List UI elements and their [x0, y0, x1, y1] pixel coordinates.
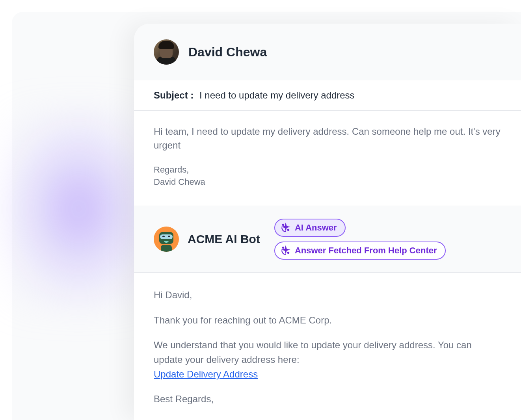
- bot-header: ACME AI Bot AI Answer: [134, 206, 521, 273]
- sender-name: David Chewa: [188, 45, 267, 59]
- signature-name: David Chewa: [154, 176, 501, 188]
- update-address-link[interactable]: Update Delivery Address: [154, 369, 258, 379]
- bot-response: Hi David, Thank you for reaching out to …: [134, 273, 521, 420]
- outer-frame: David Chewa Subject : I need to update m…: [0, 0, 521, 420]
- help-center-badge[interactable]: Answer Fetched From Help Center: [274, 242, 446, 260]
- sender-avatar[interactable]: [154, 39, 179, 65]
- subject-label: Subject :: [154, 90, 194, 100]
- sparkle-icon: [281, 245, 291, 256]
- help-center-badge-label: Answer Fetched From Help Center: [295, 245, 437, 256]
- bot-name: ACME AI Bot: [188, 232, 260, 246]
- bot-thanks: Thank you for reaching out to ACME Corp.: [154, 313, 501, 327]
- bot-body-text: We understand that you would like to upd…: [154, 340, 472, 365]
- svg-point-2: [283, 247, 284, 248]
- ai-answer-badge[interactable]: AI Answer: [274, 219, 346, 237]
- subject-bar: Subject : I need to update my delivery a…: [134, 80, 521, 111]
- message-text: Hi team, I need to update my delivery ad…: [154, 125, 501, 152]
- svg-point-1: [288, 229, 289, 230]
- message-signature: Regards, David Chewa: [154, 164, 501, 189]
- svg-point-3: [288, 252, 289, 253]
- subject-text: I need to update my delivery address: [199, 90, 355, 100]
- customer-message: Hi team, I need to update my delivery ad…: [134, 111, 521, 206]
- ai-answer-badge-label: AI Answer: [295, 223, 337, 233]
- signature-regards: Regards,: [154, 164, 501, 176]
- bot-badges: AI Answer Answer Fetched From Help Cente…: [274, 219, 446, 260]
- ticket-header: David Chewa: [134, 24, 521, 80]
- bot-closing: Best Regards,: [154, 392, 501, 406]
- svg-point-0: [283, 224, 284, 225]
- sparkle-icon: [281, 223, 291, 233]
- bot-avatar[interactable]: [154, 227, 179, 252]
- bot-body: We understand that you would like to upd…: [154, 338, 501, 382]
- bot-greeting: Hi David,: [154, 288, 501, 302]
- ticket-panel: David Chewa Subject : I need to update m…: [134, 24, 521, 420]
